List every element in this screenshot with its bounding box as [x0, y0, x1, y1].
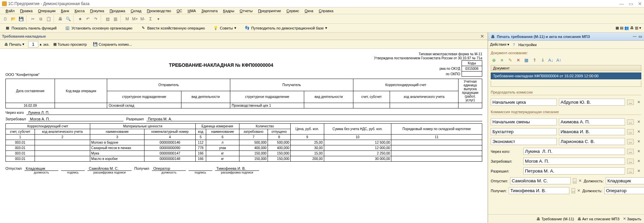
spin-up-icon[interactable]: ▴ [40, 42, 42, 46]
rp-min-button[interactable]: — [633, 34, 637, 39]
dem-clear-button[interactable]: ✕ [636, 159, 641, 163]
new-doc-icon[interactable]: 🗋 [2, 16, 9, 22]
rel-pos-input[interactable] [606, 177, 644, 184]
help-button[interactable]: ? [513, 43, 515, 47]
menu-кадры[interactable]: Кадры [221, 8, 236, 14]
redo-icon[interactable]: ↷ [92, 16, 99, 22]
menu-покупка[interactable]: Покупка [88, 8, 106, 14]
menu-банк[interactable]: Банк [59, 8, 71, 14]
menu-предприятие[interactable]: Предприятие [256, 8, 283, 14]
save-icon[interactable]: 💾 [18, 16, 24, 22]
rp-dem-input[interactable] [523, 158, 625, 165]
rp-rel-input[interactable] [510, 177, 571, 184]
copy-icon[interactable]: ⧉ [37, 16, 44, 22]
comm2-name-input[interactable] [559, 128, 625, 135]
delete-icon[interactable]: ✕ [515, 57, 521, 63]
rp-rec-input[interactable] [509, 187, 569, 194]
rt-icon-5[interactable]: ▥ [635, 26, 638, 30]
save-copy-button[interactable]: 💾 Сохранить копию... [91, 41, 134, 47]
chair-pos-input[interactable] [491, 99, 557, 106]
menu-ос[interactable]: ОС [175, 8, 184, 14]
menu-файл[interactable]: Файл [3, 8, 17, 14]
show-panel-button[interactable]: ▦ Показать панель функций [3, 25, 59, 32]
grid-row-selected[interactable]: Требование-накладная КФП00000004 от 16.0… [491, 73, 641, 79]
rec-lookup-button[interactable]: ... [571, 188, 575, 194]
comm1-name-input[interactable] [559, 118, 625, 125]
star-icon[interactable]: ★ [77, 16, 83, 22]
grid-column-header[interactable]: Документ [491, 65, 641, 71]
tips-button[interactable]: 💡 Советы ▾ [211, 25, 238, 32]
comm3-lookup-button[interactable]: ... [627, 139, 634, 144]
copies-input[interactable] [28, 41, 38, 47]
comm2-clear-button[interactable]: ✕ [636, 129, 641, 134]
paste-icon[interactable]: 📋 [45, 16, 52, 22]
close-button[interactable]: ✕ [638, 1, 642, 6]
menu-операции[interactable]: Операции [36, 8, 57, 14]
chair-name-input[interactable] [559, 99, 625, 106]
comm1-lookup-button[interactable]: ... [627, 119, 634, 125]
rt-icon-2[interactable]: ▤ [620, 26, 623, 30]
rp-via-input[interactable] [523, 148, 625, 155]
rec-clear-button[interactable]: ✕ [577, 188, 580, 193]
m-plus-icon[interactable]: M+ [132, 16, 138, 22]
rp-allow-input[interactable] [523, 167, 625, 175]
chair-clear-button[interactable]: ✕ [636, 100, 641, 104]
add-icon[interactable]: ⊕ [491, 57, 497, 63]
move-down-icon[interactable]: ⇓ [540, 57, 546, 63]
comm2-pos-input[interactable] [491, 128, 557, 135]
comm1-clear-button[interactable]: ✕ [636, 120, 641, 124]
comm3-pos-input[interactable] [491, 138, 557, 145]
m-icon[interactable]: M [124, 16, 131, 22]
comm3-clear-button[interactable]: ✕ [636, 139, 641, 144]
rec-pos-input[interactable] [604, 187, 644, 194]
rt-icon-6[interactable]: ▾ [639, 26, 641, 30]
chair-lookup-button[interactable]: ... [627, 100, 634, 105]
rel-lookup-button[interactable]: ... [573, 178, 577, 184]
refresh-icon[interactable]: ▦ [523, 57, 529, 63]
print-requirement-button[interactable]: 🖶Требование (М-11) [536, 217, 574, 221]
list-icon[interactable]: ▥ [112, 16, 119, 22]
add-row-icon[interactable]: ≡ [499, 57, 505, 63]
edit-icon[interactable]: ✎ [507, 57, 513, 63]
comm1-pos-input[interactable] [491, 118, 557, 125]
rt-icon-4[interactable]: 🖶 [630, 26, 634, 30]
print-icon[interactable]: 🖶 [57, 16, 64, 22]
enter-op-button[interactable]: ✎ Ввести хозяйственную операцию [138, 25, 207, 32]
preview-only-button[interactable]: ▦ Только просмотр [51, 41, 89, 47]
dropdown-icon[interactable]: ▾ [155, 16, 162, 22]
minimize-button[interactable]: — [619, 1, 624, 6]
menu-зарплата[interactable]: Зарплата [199, 8, 220, 14]
guide-button[interactable]: 👣 Путеводитель по демонстрационной базе … [242, 25, 329, 32]
cut-icon[interactable]: ✂ [30, 16, 36, 22]
menu-касса[interactable]: Касса [73, 8, 87, 14]
undo-icon[interactable]: ↶ [84, 16, 91, 22]
data-icon[interactable]: ▤ [104, 16, 111, 22]
sort-asc-icon[interactable]: A↓ [548, 57, 554, 63]
menu-справка[interactable]: Справка [317, 8, 335, 14]
menu-нма[interactable]: НМА [186, 8, 198, 14]
menu-окна[interactable]: Окна [303, 8, 315, 14]
dem-lookup-button[interactable]: ... [627, 159, 634, 164]
print-button[interactable]: 🖶 Печать ▾ [2, 41, 27, 47]
menu-отчеты[interactable]: Отчеты [238, 8, 255, 14]
preview-icon[interactable]: 🔍 [65, 16, 72, 22]
comm3-name-input[interactable] [559, 138, 625, 145]
rt-icon-3[interactable]: 👥 [624, 26, 629, 30]
allow-lookup-button[interactable]: ... [627, 168, 634, 174]
via-clear-button[interactable]: ✕ [636, 149, 641, 154]
close-panel-button[interactable]: ✕Закрыть [623, 217, 641, 221]
open-icon[interactable]: 📂 [10, 16, 17, 22]
set-org-button[interactable]: 🏢 Установить основную организацию [63, 25, 135, 32]
menu-производство[interactable]: Производство [145, 8, 173, 14]
print-act-button[interactable]: 🖶Акт на списание МПЗ [578, 217, 620, 221]
settings-link[interactable]: Настройки [518, 43, 536, 47]
via-lookup-button[interactable]: ... [627, 149, 634, 154]
rp-close-button[interactable]: ▭ [639, 34, 642, 39]
maximize-button[interactable]: ▭ [629, 1, 633, 6]
allow-clear-button[interactable]: ✕ [636, 169, 641, 173]
sort-desc-icon[interactable]: A↑ [556, 57, 562, 63]
rel-clear-button[interactable]: ✕ [579, 179, 582, 183]
rt-icon-1[interactable]: ▦ [616, 26, 619, 30]
menu-продажа[interactable]: Продажа [108, 8, 127, 14]
menu-склад[interactable]: Склад [129, 8, 143, 14]
